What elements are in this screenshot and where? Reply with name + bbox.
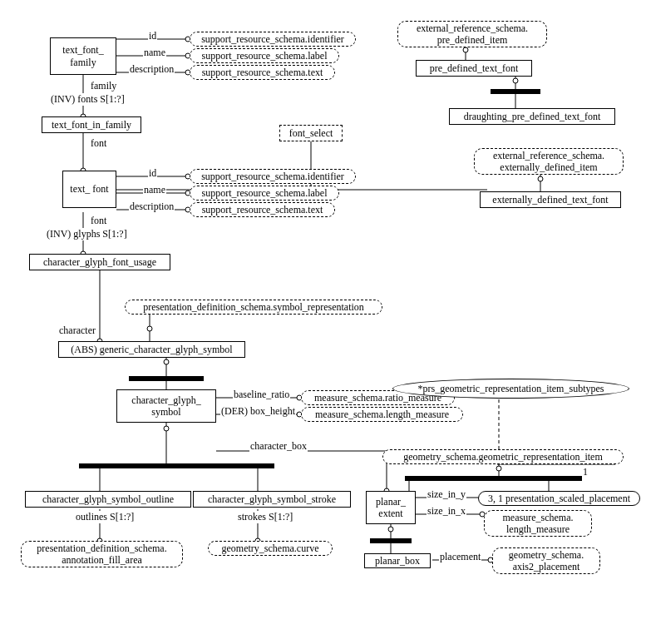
type-label: external_reference_schema. externally_de…: [480, 150, 618, 174]
entity-label: (ABS) generic_character_glyph_symbol: [71, 344, 232, 355]
entity-planar-extent: planar_ extent: [366, 491, 416, 524]
type-axis2-placement: geometry_schema. axis2_placement: [492, 547, 600, 574]
svg-point-47: [513, 78, 518, 83]
type-gs-curve: geometry_schema.curve: [208, 541, 333, 556]
entity-draughting-pdtf: draughting_pre_defined_text_font: [449, 108, 615, 125]
entity-cgs: character_glyph_ symbol: [116, 389, 216, 423]
type-gs-gri: geometry_schema.geometric_representation…: [382, 449, 624, 464]
attr-name: name: [143, 47, 166, 59]
type-label: external_reference_schema. pre_defined_i…: [403, 22, 541, 47]
type-ers-predefined: external_reference_schema. pre_defined_i…: [397, 21, 547, 47]
attr-baseline-ratio: baseline_ratio: [233, 389, 290, 401]
attr-description: description: [129, 63, 175, 76]
attr-one: 1: [582, 466, 589, 478]
type-label: support_resource_schema.text: [202, 204, 323, 215]
type-length-measure-2: measure_schema. length_measure: [484, 510, 592, 537]
attr-size-in-y: size_in_y: [427, 488, 466, 501]
attr-font2: font: [90, 215, 107, 227]
attr-id: id: [148, 30, 157, 42]
entity-cgfu: character_glyph_font_usage: [29, 254, 170, 270]
attr-strokes: strokes S[1:?]: [237, 511, 293, 523]
type-srs-text-2: support_resource_schema.text: [190, 202, 335, 217]
svg-point-45: [463, 47, 468, 52]
select-label: font_select: [289, 127, 333, 139]
entity-text-font-family: text_font_ family: [50, 37, 116, 75]
svg-point-62: [388, 527, 393, 532]
entity-cgs-outline: character_glyph_symbol_outline: [25, 491, 191, 508]
type-label: support_resource_schema.label: [202, 50, 328, 62]
type-label: support_resource_schema.identifier: [201, 171, 344, 182]
type-label: support_resource_schema.label: [202, 187, 328, 199]
type-ers-externally: external_reference_schema. externally_de…: [474, 148, 624, 175]
entity-label: draughting_pre_defined_text_font: [464, 111, 601, 122]
entity-generic-cgs: (ABS) generic_character_glyph_symbol: [58, 341, 245, 358]
type-pds-symbol-rep: presentation_definition_schema.symbol_re…: [125, 300, 382, 315]
attr-name2: name: [143, 184, 166, 196]
type-label: geometry_schema.geometric_representation…: [403, 451, 603, 463]
type-label: presentation_definition_schema. annotati…: [27, 542, 177, 567]
attr-placement: placement: [439, 551, 481, 563]
entity-label: planar_ extent: [372, 496, 410, 520]
type-ann-fill-area: presentation_definition_schema. annotati…: [21, 541, 183, 567]
entity-label: text_font_in_family: [52, 119, 131, 131]
attr-outlines: outlines S[1:?]: [75, 511, 135, 523]
entity-label: character_glyph_symbol_stroke: [208, 493, 336, 505]
entity-label: pre_defined_text_font: [430, 62, 519, 74]
attr-box-height: (DER) box_height: [220, 405, 296, 418]
constraint-prs-subtypes: *prs_geometric_representation_item_subty…: [392, 379, 629, 399]
entity-predefined-tf: pre_defined_text_font: [416, 60, 532, 77]
svg-point-23: [147, 326, 152, 331]
entity-text-font: text_ font: [62, 171, 116, 208]
attr-character: character: [58, 324, 96, 337]
attr-inv-glyphs: (INV) glyphs S[1:?]: [46, 228, 128, 240]
entity-label: 3, 1 presentation_scaled_placement: [488, 493, 630, 504]
type-srs-label-2: support_resource_schema.label: [190, 186, 339, 201]
attr-inv-fonts: (INV) fonts S[1:?]: [50, 93, 126, 106]
constraint-label: *prs_geometric_representation_item_subty…: [418, 383, 604, 395]
attr-description2: description: [129, 201, 175, 213]
entity-label: character_glyph_font_usage: [43, 256, 156, 268]
type-srs-identifier-2: support_resource_schema.identifier: [190, 169, 356, 184]
type-label: geometry_schema.curve: [222, 542, 319, 554]
entity-label: character_glyph_ symbol: [122, 394, 210, 419]
type-srs-identifier-1: support_resource_schema.identifier: [190, 32, 356, 47]
type-label: presentation_definition_schema.symbol_re…: [143, 301, 364, 313]
attr-family: family: [90, 80, 117, 92]
entity-label: text_ font: [70, 183, 108, 195]
entity-planar-box: planar_box: [364, 553, 431, 568]
attr-font1: font: [90, 137, 107, 150]
entity-ext-def-tf: externally_defined_text_font: [480, 191, 621, 208]
type-label: measure_schema. length_measure: [490, 512, 586, 536]
entity-label: externally_defined_text_font: [492, 194, 608, 206]
entity-label: character_glyph_symbol_outline: [42, 493, 174, 505]
type-length-measure: measure_schema.length_measure: [301, 407, 463, 422]
type-srs-text-1: support_resource_schema.text: [190, 65, 335, 80]
svg-point-33: [164, 426, 169, 431]
svg-point-53: [496, 466, 501, 471]
type-label: support_resource_schema.identifier: [201, 33, 344, 45]
type-label: geometry_schema. axis2_placement: [498, 549, 594, 573]
svg-point-50: [538, 176, 543, 181]
entity-label: planar_box: [375, 555, 420, 567]
type-srs-label-1: support_resource_schema.label: [190, 48, 339, 63]
type-label: support_resource_schema.text: [202, 67, 323, 78]
entity-cgs-stroke: character_glyph_symbol_stroke: [193, 491, 351, 508]
attr-character-box: character_box: [249, 440, 308, 453]
type-label: measure_schema.length_measure: [315, 409, 449, 420]
entity-pres-scaled-placement: 3, 1 presentation_scaled_placement: [478, 491, 640, 506]
entity-text-font-in-family: text_font_in_family: [42, 116, 141, 133]
entity-label: text_font_ family: [56, 44, 111, 68]
attr-id2: id: [148, 167, 157, 180]
svg-point-25: [164, 359, 169, 364]
select-font-select: font_select: [279, 125, 343, 141]
attr-size-in-x: size_in_x: [427, 505, 466, 518]
